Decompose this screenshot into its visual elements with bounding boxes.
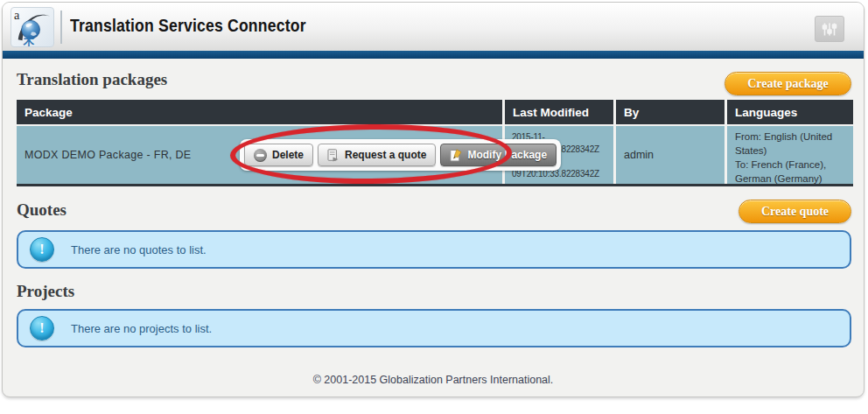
edit-document-icon — [450, 149, 462, 162]
column-header-by: By — [616, 100, 724, 124]
minus-circle-icon — [254, 149, 267, 162]
create-quote-button[interactable]: Create quote — [738, 200, 851, 223]
package-cell: MODX DEMO Package - FR, DE Delete — [17, 126, 502, 184]
app-header: a 木 Translation Services Connector — [3, 3, 864, 51]
languages-cell: From: English (United States) To: French… — [727, 126, 853, 184]
column-header-package: Package — [17, 100, 502, 124]
packages-section-title: Translation packages — [17, 70, 167, 89]
header-accent-bar — [3, 51, 864, 59]
app-logo: a 木 — [10, 7, 54, 47]
delete-button-label: Delete — [272, 149, 304, 161]
create-package-button[interactable]: Create package — [724, 72, 851, 95]
app-window: a 木 Translation Services Connector — [2, 2, 864, 397]
app-title: Translation Services Connector — [70, 15, 306, 36]
languages-to: To: French (France), German (Germany) — [735, 158, 846, 186]
projects-empty-message: There are no projects to list. — [71, 322, 212, 335]
logo-letter-a: a — [14, 8, 20, 22]
row-actions-toolbar: Delete Request a quote — [240, 139, 561, 171]
settings-button[interactable] — [815, 16, 844, 42]
quote-document-icon — [327, 149, 340, 162]
package-name: MODX DEMO Package - FR, DE — [24, 149, 191, 161]
page: a 木 Translation Services Connector — [0, 0, 868, 414]
sliders-icon — [821, 22, 838, 37]
packages-table-header: Package Last Modified By Languages — [17, 100, 853, 124]
exclamation-info-icon: ! — [30, 316, 54, 340]
table-bottom-border — [17, 184, 853, 186]
column-header-last-modified: Last Modified — [505, 100, 613, 124]
packages-table: Package Last Modified By Languages MODX … — [17, 100, 853, 186]
copyright: © 2001-2015 Globalization Partners Inter… — [3, 374, 864, 386]
projects-empty-alert: ! There are no projects to list. — [17, 309, 851, 347]
request-quote-button[interactable]: Request a quote — [318, 144, 436, 166]
table-row: MODX DEMO Package - FR, DE Delete — [17, 126, 853, 184]
quotes-section-title: Quotes — [17, 200, 66, 220]
exclamation-info-icon: ! — [30, 237, 54, 262]
header-divider — [60, 11, 62, 44]
column-header-languages: Languages — [727, 100, 853, 124]
languages-from: From: English (United States) — [735, 130, 846, 158]
quotes-empty-alert: ! There are no quotes to list. — [17, 230, 851, 269]
logo-kanji: 木 — [22, 34, 34, 47]
request-quote-button-label: Request a quote — [345, 149, 426, 161]
quotes-empty-message: There are no quotes to list. — [71, 243, 206, 256]
by-cell: admin — [616, 126, 724, 184]
delete-button[interactable]: Delete — [244, 144, 313, 166]
modify-package-button[interactable]: Modify Package — [440, 144, 556, 166]
modify-package-button-label: Modify Package — [467, 149, 547, 161]
projects-section-title: Projects — [17, 282, 74, 301]
